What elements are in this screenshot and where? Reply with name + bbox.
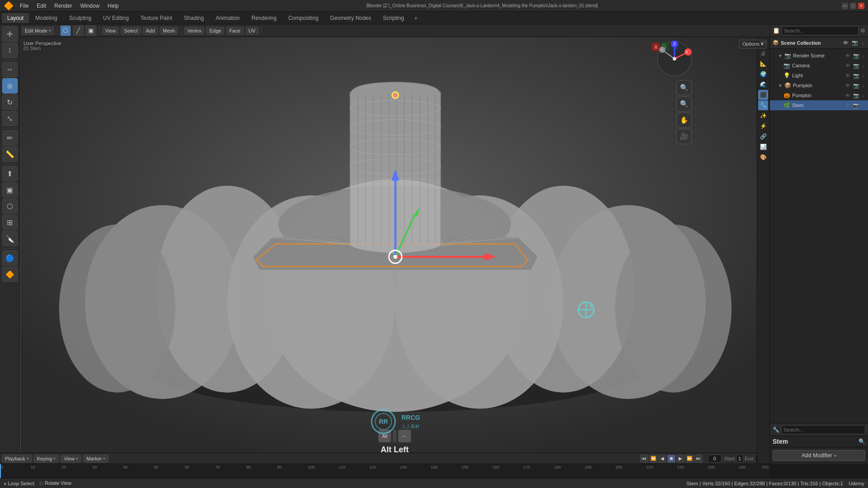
down-icon-light[interactable]: ↓ bbox=[861, 72, 866, 79]
minimize-button[interactable]: — bbox=[842, 3, 848, 9]
physics-props-icon[interactable]: ⚡ bbox=[758, 121, 768, 131]
rotate-tool[interactable]: ↻ bbox=[2, 94, 18, 110]
measure-tool[interactable]: 📏 bbox=[2, 146, 18, 162]
edge-select-mode[interactable]: ╱ bbox=[73, 25, 84, 36]
pan-button[interactable]: ✋ bbox=[676, 113, 692, 128]
viewport-3d[interactable]: + User Perspective (0) Stem X Y Z Option… bbox=[20, 37, 769, 464]
play-reverse-button[interactable]: ◀ bbox=[658, 455, 666, 463]
mesh-menu[interactable]: Mesh bbox=[160, 27, 178, 35]
zoom-in-button[interactable]: 🔍 bbox=[676, 80, 692, 95]
down-icon-stem[interactable]: ↓ bbox=[861, 102, 866, 109]
modifier-props-icon[interactable]: 🔧 bbox=[758, 100, 768, 110]
scale-tool[interactable]: ⤡ bbox=[2, 111, 18, 126]
bevel-tool[interactable]: ⬡ bbox=[2, 198, 18, 214]
visibility-icon[interactable]: 👁 bbox=[842, 40, 849, 46]
eye-icon-pumpkin[interactable]: 👁 bbox=[844, 92, 851, 99]
down-icon-pumpkin[interactable]: ↓ bbox=[861, 92, 866, 99]
close-button[interactable]: ✕ bbox=[858, 3, 864, 9]
playback-menu[interactable]: Playback▾ bbox=[2, 455, 32, 463]
tab-animation[interactable]: Animation bbox=[210, 13, 245, 23]
tab-uv-editing[interactable]: UV Editing bbox=[98, 13, 134, 23]
timeline-ruler[interactable]: 0 10 20 30 40 50 60 70 80 90 100 110 120… bbox=[0, 464, 769, 478]
inset-tool[interactable]: ▣ bbox=[2, 182, 18, 197]
view-menu-timeline[interactable]: View▾ bbox=[61, 455, 81, 463]
uv-menu[interactable]: UV bbox=[245, 27, 259, 35]
tree-item-stem[interactable]: 🌿 Stem 👁 📷 ↓ bbox=[770, 100, 868, 110]
select-box-tool[interactable]: ⊕ bbox=[2, 78, 18, 94]
navigation-gizmo[interactable]: X Y Z bbox=[656, 41, 693, 77]
down-icon-cam[interactable]: ↓ bbox=[861, 62, 866, 69]
vertex-select-mode[interactable]: ⬡ bbox=[60, 25, 71, 36]
tree-item-light[interactable]: 💡 Light 👁 📷 ↓ bbox=[770, 70, 868, 80]
jump-end-button[interactable]: ⏭ bbox=[694, 455, 703, 463]
options-button[interactable]: Options ▾ bbox=[739, 40, 767, 48]
cam-icon-light[interactable]: 📷 bbox=[852, 72, 860, 79]
scene-props-icon[interactable]: 🌍 bbox=[758, 69, 768, 79]
output-props-icon[interactable]: 🖨 bbox=[758, 48, 768, 58]
restore-button[interactable]: □ bbox=[850, 3, 856, 9]
tree-item-pumpkin-collection[interactable]: ▼ 📦 Pumpkin 👁 📷 ↓ bbox=[770, 80, 868, 90]
view-menu[interactable]: View bbox=[102, 27, 119, 35]
camera-restrict-icon[interactable]: 📷 bbox=[850, 39, 859, 46]
eye-icon-light[interactable]: 👁 bbox=[844, 72, 851, 79]
modifier-search-icon[interactable]: 🔍 bbox=[859, 438, 865, 445]
cam-icon[interactable]: 📷 bbox=[852, 52, 860, 59]
add-menu[interactable]: Add bbox=[143, 27, 158, 35]
add-modifier-button[interactable]: Add Modifier ▾ bbox=[773, 450, 865, 461]
eye-icon[interactable]: 👁 bbox=[844, 52, 851, 59]
smooth-tool[interactable]: 🔵 bbox=[2, 250, 18, 266]
tree-item-render-scene[interactable]: ▼ 📷 Render Scene 👁 📷 ↓ bbox=[770, 51, 868, 61]
cam-icon-pumpkin-col[interactable]: 📷 bbox=[852, 82, 860, 89]
world-props-icon[interactable]: 🌊 bbox=[758, 80, 768, 89]
prev-frame-button[interactable]: ⏪ bbox=[649, 455, 657, 463]
current-frame-input[interactable]: 0 bbox=[708, 455, 722, 463]
tab-rendering[interactable]: Rendering bbox=[246, 13, 282, 23]
slide-tool[interactable]: 🔶 bbox=[2, 267, 18, 282]
cam-icon-pumpkin[interactable]: 📷 bbox=[852, 92, 860, 99]
cam-icon-stem[interactable]: 📷 bbox=[852, 102, 860, 109]
down-icon-pumpkin-col[interactable]: ↓ bbox=[861, 82, 866, 89]
tab-scripting[interactable]: Scripting bbox=[377, 13, 410, 23]
modifier-search[interactable] bbox=[781, 425, 865, 434]
down-icon[interactable]: ↓ bbox=[861, 52, 866, 59]
add-workspace-button[interactable]: + bbox=[410, 13, 421, 23]
cursor-tool[interactable]: ✛ bbox=[2, 26, 18, 42]
tab-layout[interactable]: Layout bbox=[2, 13, 29, 23]
tab-shading[interactable]: Shading bbox=[179, 13, 209, 23]
tab-modeling[interactable]: Modeling bbox=[30, 13, 63, 23]
keying-menu[interactable]: Keying▾ bbox=[34, 455, 59, 463]
tab-sculpting[interactable]: Sculpting bbox=[64, 13, 97, 23]
tab-texture-paint[interactable]: Texture Paint bbox=[135, 13, 178, 23]
select-menu[interactable]: Select bbox=[121, 27, 141, 35]
play-button[interactable]: ▶ bbox=[676, 455, 684, 463]
cam-icon-cam[interactable]: 📷 bbox=[852, 62, 860, 69]
edge-menu[interactable]: Edge bbox=[206, 27, 224, 35]
constraints-props-icon[interactable]: 🔗 bbox=[758, 131, 768, 141]
jump-start-button[interactable]: ⏮ bbox=[640, 455, 648, 463]
eye-icon-cam[interactable]: 👁 bbox=[844, 62, 851, 69]
move-tool[interactable]: ↕ bbox=[2, 42, 18, 58]
view-layer-props-icon[interactable]: 📐 bbox=[758, 59, 768, 69]
mode-dropdown[interactable]: Edit Mode ▾ bbox=[22, 27, 54, 35]
stop-button[interactable]: ⏺ bbox=[667, 455, 675, 463]
next-frame-button[interactable]: ⏩ bbox=[685, 455, 693, 463]
face-menu[interactable]: Face bbox=[226, 27, 243, 35]
render-restrict-icon[interactable]: ↓ bbox=[860, 40, 866, 46]
tab-geometry-nodes[interactable]: Geometry Nodes bbox=[325, 13, 377, 23]
menu-file[interactable]: File bbox=[16, 2, 32, 10]
scene-collection-header[interactable]: 📦 Scene Collection 👁 📷 ↓ bbox=[770, 37, 868, 49]
transform-tool[interactable]: ↔ bbox=[2, 62, 18, 77]
data-props-icon[interactable]: 📊 bbox=[758, 142, 768, 152]
menu-window[interactable]: Window bbox=[76, 2, 103, 10]
tree-item-camera[interactable]: 📷 Camera 👁 📷 ↓ bbox=[770, 61, 868, 70]
tab-compositing[interactable]: Compositing bbox=[283, 13, 324, 23]
menu-render[interactable]: Render bbox=[51, 2, 75, 10]
object-props-icon[interactable]: ⬛ bbox=[758, 90, 768, 100]
knife-tool[interactable]: 🔪 bbox=[2, 231, 18, 246]
marker-menu[interactable]: Marker▾ bbox=[83, 455, 108, 463]
annotate-tool[interactable]: ✏ bbox=[2, 130, 18, 145]
outliner-filter-icon[interactable]: ⚙ bbox=[860, 28, 865, 34]
extrude-tool[interactable]: ⬆ bbox=[2, 166, 18, 181]
tree-item-pumpkin-mesh[interactable]: 🎃 Pumpkin 👁 📷 ↓ bbox=[770, 90, 868, 100]
face-select-mode[interactable]: ▣ bbox=[85, 25, 96, 36]
